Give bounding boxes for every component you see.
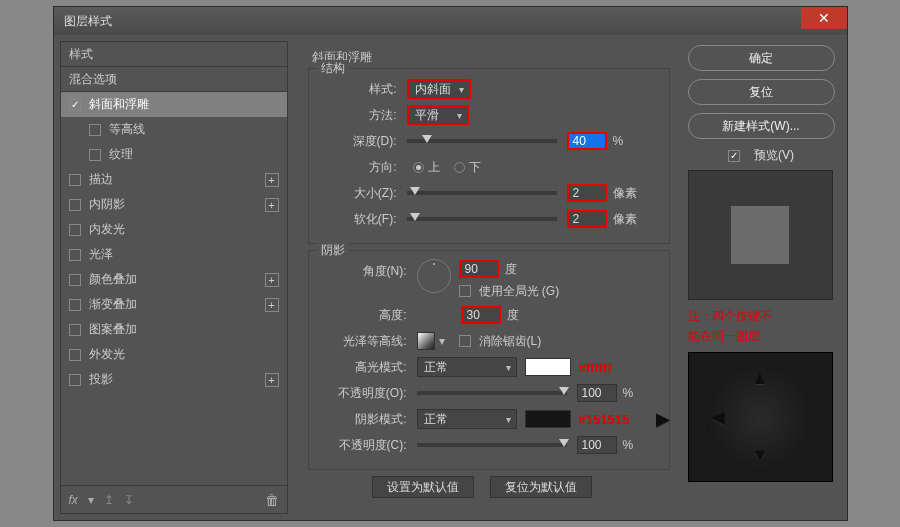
style-label: 渐变叠加 [89, 296, 137, 313]
dpad-preview: ▲ ▼ ◀ ▶ [688, 352, 833, 482]
sidebar-item[interactable]: 纹理 [61, 142, 287, 167]
sidebar-item[interactable]: 内发光 [61, 217, 287, 242]
shadow-color-swatch[interactable] [525, 410, 571, 428]
soften-slider[interactable] [407, 217, 557, 221]
style-select[interactable]: 内斜面 [407, 79, 471, 99]
style-checkbox[interactable] [89, 124, 101, 136]
style-checkbox[interactable] [69, 299, 81, 311]
highlight-mode-select[interactable]: 正常 [417, 357, 517, 377]
add-effect-icon[interactable]: + [265, 273, 279, 287]
highlight-color-annotation: #ffffff [579, 360, 612, 375]
new-style-button[interactable]: 新建样式(W)... [688, 113, 835, 139]
highlight-color-swatch[interactable] [525, 358, 571, 376]
layer-style-dialog: 图层样式 ✕ 样式 混合选项 斜面和浮雕等高线纹理描边+内阴影+内发光光泽颜色叠… [53, 6, 848, 521]
gloss-contour-picker[interactable] [417, 332, 435, 350]
style-checkbox[interactable] [69, 324, 81, 336]
angle-input[interactable]: 90 [459, 260, 499, 278]
preview-label: 预览(V) [754, 147, 794, 164]
preview-checkbox[interactable] [728, 150, 740, 162]
panel-title: 斜面和浮雕 [312, 49, 670, 66]
fx-label[interactable]: fx [69, 493, 78, 507]
sidebar-item[interactable]: 渐变叠加+ [61, 292, 287, 317]
sidebar-blend-options[interactable]: 混合选项 [61, 67, 287, 92]
style-checkbox[interactable] [69, 374, 81, 386]
sidebar-item[interactable]: 斜面和浮雕 [61, 92, 287, 117]
sidebar-footer: fx ▾ ↥ ↧ 🗑 [60, 486, 288, 514]
dialog-title: 图层样式 [64, 13, 112, 30]
shadow-opacity-input[interactable]: 100 [577, 436, 617, 454]
shadow-mode-label: 阴影模式: [319, 411, 407, 428]
sidebar-item[interactable]: 图案叠加 [61, 317, 287, 342]
settings-panel: 斜面和浮雕 结构 样式: 内斜面 方法: 平滑 深度(D): 40 % [294, 41, 680, 514]
shadow-opacity-label: 不透明度(C): [319, 437, 407, 454]
style-checkbox[interactable] [69, 249, 81, 261]
style-checkbox[interactable] [69, 99, 81, 111]
depth-slider[interactable] [407, 139, 557, 143]
styles-sidebar: 样式 混合选项 斜面和浮雕等高线纹理描边+内阴影+内发光光泽颜色叠加+渐变叠加+… [60, 41, 288, 514]
style-checkbox[interactable] [69, 174, 81, 186]
style-label: 纹理 [109, 146, 133, 163]
angle-wheel[interactable] [417, 259, 451, 293]
altitude-input[interactable]: 30 [461, 306, 501, 324]
soften-input[interactable]: 2 [567, 210, 607, 228]
structure-legend: 结构 [317, 60, 349, 77]
method-label: 方法: [319, 107, 397, 124]
arrow-up-icon[interactable]: ↥ [104, 493, 114, 507]
add-effect-icon[interactable]: + [265, 298, 279, 312]
sidebar-item[interactable]: 投影+ [61, 367, 287, 392]
global-light-checkbox[interactable] [459, 285, 471, 297]
style-label: 颜色叠加 [89, 271, 137, 288]
highlight-opacity-slider[interactable] [417, 391, 567, 395]
sidebar-item[interactable]: 外发光 [61, 342, 287, 367]
antialias-checkbox[interactable] [459, 335, 471, 347]
preview-thumbnail [688, 170, 833, 300]
antialias-label: 消除锯齿(L) [479, 333, 542, 350]
add-effect-icon[interactable]: + [265, 373, 279, 387]
style-checkbox[interactable] [69, 274, 81, 286]
chevron-down-icon[interactable]: ▾ [88, 493, 94, 507]
method-select[interactable]: 平滑 [407, 105, 469, 125]
trash-icon[interactable]: 🗑 [265, 492, 279, 508]
style-label: 斜面和浮雕 [89, 96, 149, 113]
altitude-label: 高度: [319, 307, 407, 324]
right-panel: 确定 复位 新建样式(W)... 预览(V) 注：四个按键不 能在同一图层 ▲ … [686, 41, 841, 514]
add-effect-icon[interactable]: + [265, 198, 279, 212]
arrow-down-icon[interactable]: ↧ [124, 493, 134, 507]
highlight-opacity-input[interactable]: 100 [577, 384, 617, 402]
size-input[interactable]: 2 [567, 184, 607, 202]
style-label: 内阴影 [89, 196, 125, 213]
sidebar-item[interactable]: 颜色叠加+ [61, 267, 287, 292]
ok-button[interactable]: 确定 [688, 45, 835, 71]
reset-default-button[interactable]: 复位为默认值 [490, 476, 592, 498]
add-effect-icon[interactable]: + [265, 173, 279, 187]
style-label: 内发光 [89, 221, 125, 238]
reset-button[interactable]: 复位 [688, 79, 835, 105]
sidebar-item[interactable]: 内阴影+ [61, 192, 287, 217]
size-slider[interactable] [407, 191, 557, 195]
style-checkbox[interactable] [69, 349, 81, 361]
shadow-mode-select[interactable]: 正常 [417, 409, 517, 429]
set-default-button[interactable]: 设置为默认值 [372, 476, 474, 498]
depth-input[interactable]: 40 [567, 132, 607, 150]
shading-group: 阴影 角度(N): 90 度 使用全局光 (G) [308, 250, 670, 470]
sidebar-item[interactable]: 光泽 [61, 242, 287, 267]
sidebar-header: 样式 [61, 42, 287, 67]
style-label: 外发光 [89, 346, 125, 363]
close-button[interactable]: ✕ [801, 7, 847, 29]
direction-down-radio[interactable] [454, 162, 465, 173]
arrow-right-icon: ▶ [654, 404, 809, 430]
shadow-opacity-slider[interactable] [417, 443, 567, 447]
chevron-down-icon[interactable]: ▾ [439, 334, 445, 348]
annotation-note: 注：四个按键不 能在同一图层 [688, 306, 835, 346]
sidebar-item[interactable]: 等高线 [61, 117, 287, 142]
style-checkbox[interactable] [69, 199, 81, 211]
unit-px2: 像素 [613, 211, 643, 228]
style-label: 投影 [89, 371, 113, 388]
style-checkbox[interactable] [89, 149, 101, 161]
shadow-color-annotation: #151515 [579, 412, 630, 427]
style-checkbox[interactable] [69, 224, 81, 236]
titlebar[interactable]: 图层样式 ✕ [54, 7, 847, 35]
direction-up-radio[interactable] [413, 162, 424, 173]
sidebar-item[interactable]: 描边+ [61, 167, 287, 192]
style-label: 等高线 [109, 121, 145, 138]
